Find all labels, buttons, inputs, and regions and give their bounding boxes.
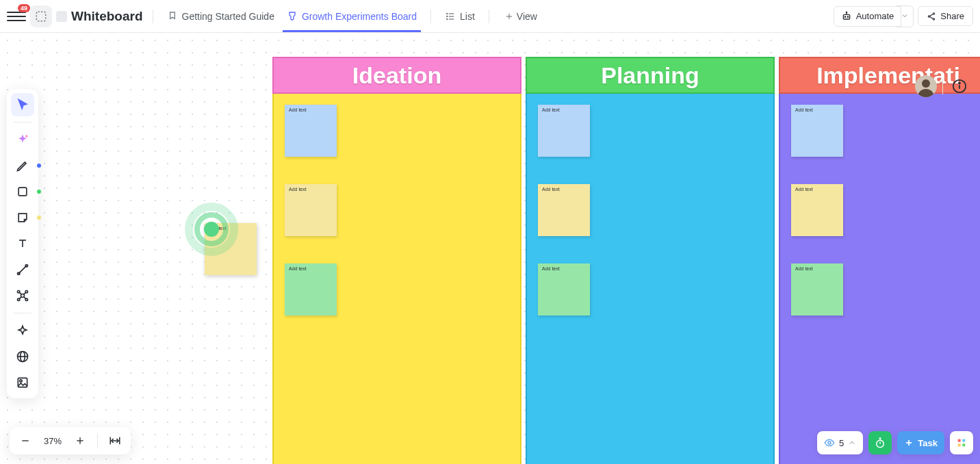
- topbar: 49 Whiteboard Getting Started Guide Grow…: [0, 0, 980, 33]
- tab-getting-started[interactable]: Getting Started Guide: [163, 1, 279, 32]
- svg-rect-57: [958, 439, 961, 442]
- tool-more[interactable]: [11, 319, 34, 342]
- tool-text[interactable]: [11, 232, 34, 255]
- tab-list[interactable]: List: [441, 1, 479, 32]
- add-task-button[interactable]: Task: [897, 431, 944, 454]
- automate-dropdown[interactable]: [897, 5, 914, 27]
- chevron-up-icon: [848, 439, 856, 447]
- kanban-board: Ideation Add text Add text Add text Plan…: [272, 57, 980, 464]
- cursor-icon: [16, 98, 29, 112]
- column-planning: Planning Add text Add text Add text: [526, 57, 775, 464]
- connector-icon: [16, 263, 29, 276]
- eye-icon: [824, 437, 835, 448]
- avatar[interactable]: [915, 75, 937, 97]
- avatar-icon: [915, 75, 937, 97]
- tool-pen[interactable]: [11, 154, 34, 177]
- page-title: Whiteboard: [71, 9, 143, 24]
- plus-icon: [75, 435, 86, 446]
- svg-point-16: [933, 18, 935, 19]
- zoom-level[interactable]: 37%: [40, 436, 66, 446]
- notification-badge: 49: [18, 4, 30, 12]
- share-button[interactable]: Share: [918, 6, 973, 26]
- svg-line-18: [930, 16, 933, 18]
- sticky-note[interactable]: Add text: [791, 263, 843, 315]
- divider: [430, 10, 431, 23]
- fit-width-icon: [109, 435, 121, 447]
- svg-point-3: [447, 16, 448, 16]
- share-label: Share: [940, 11, 964, 21]
- svg-point-1: [447, 13, 448, 14]
- tab-growth-board[interactable]: Growth Experiments Board: [283, 1, 421, 32]
- plus-icon: [904, 438, 914, 448]
- sticky-note[interactable]: Add text: [538, 263, 590, 315]
- tool-connector[interactable]: [11, 258, 34, 281]
- canvas-area[interactable]: Add text Ideation Add text Add text Add …: [0, 33, 980, 464]
- tab-label: Growth Experiments Board: [302, 11, 417, 22]
- divider: [942, 78, 943, 94]
- tool-mindmap[interactable]: [11, 284, 34, 307]
- zoom-controls: 37%: [10, 427, 131, 454]
- floating-sticky-note[interactable]: Add text: [205, 223, 257, 275]
- viewers-count: 5: [839, 438, 844, 448]
- tool-shape[interactable]: [11, 180, 34, 203]
- svg-point-15: [929, 15, 930, 16]
- whiteboard-mode-icon[interactable]: [30, 5, 52, 27]
- doc-pin-icon: [167, 11, 178, 22]
- plus-icon: [504, 12, 514, 21]
- svg-point-23: [25, 135, 27, 137]
- toolbox: [7, 89, 38, 398]
- sticky-note[interactable]: Add text: [285, 184, 337, 236]
- task-label: Task: [918, 438, 938, 448]
- board-pin-icon: [287, 11, 298, 22]
- zoom-fit-button[interactable]: [103, 429, 127, 452]
- sticky-note-icon: [16, 211, 29, 224]
- zoom-out-button[interactable]: [14, 429, 37, 452]
- column-ideation: Ideation Add text Add text Add text: [272, 57, 521, 464]
- column-body[interactable]: Add text Add text Add text: [526, 94, 775, 464]
- menu-button[interactable]: 49: [7, 7, 26, 26]
- apps-button[interactable]: [950, 431, 973, 454]
- svg-point-43: [20, 380, 22, 382]
- column-header: Ideation: [272, 57, 521, 94]
- automate-button[interactable]: Automate: [834, 6, 902, 27]
- color-indicator: [37, 164, 41, 168]
- sticky-note[interactable]: Add text: [538, 184, 590, 236]
- svg-rect-60: [962, 443, 965, 446]
- zoom-in-button[interactable]: [68, 429, 92, 452]
- sticky-note[interactable]: Add text: [791, 105, 843, 157]
- svg-point-5: [447, 18, 448, 19]
- sticky-note[interactable]: Add text: [285, 105, 337, 157]
- tool-sticky[interactable]: [11, 206, 34, 229]
- tab-label: List: [460, 11, 475, 22]
- svg-rect-24: [18, 188, 27, 196]
- timer-button[interactable]: [868, 431, 892, 454]
- share-icon: [927, 12, 936, 21]
- add-view-button[interactable]: View: [499, 11, 543, 22]
- minus-icon: [20, 435, 31, 446]
- svg-point-10: [844, 16, 845, 17]
- column-body[interactable]: Add text Add text Add text: [779, 94, 980, 464]
- color-indicator: [37, 216, 41, 220]
- info-button[interactable]: [949, 75, 970, 97]
- viewers-chip[interactable]: 5: [817, 431, 863, 454]
- image-icon: [16, 376, 29, 389]
- sticky-note[interactable]: Add text: [285, 263, 337, 315]
- svg-rect-0: [36, 12, 46, 21]
- tool-ai[interactable]: [11, 128, 34, 151]
- sparkle-icon: [16, 324, 29, 337]
- automate-label: Automate: [856, 11, 894, 21]
- mindmap-icon: [16, 289, 29, 302]
- sticky-note[interactable]: Add text: [538, 105, 590, 157]
- apps-grid-icon: [956, 437, 967, 448]
- svg-line-17: [930, 14, 933, 16]
- tool-select[interactable]: [11, 93, 34, 116]
- sticky-note[interactable]: Add text: [791, 184, 843, 236]
- view-label: View: [517, 11, 537, 22]
- square-icon: [16, 185, 29, 198]
- stopwatch-icon: [874, 437, 886, 449]
- tool-web[interactable]: [11, 345, 34, 368]
- column-body[interactable]: Add text Add text Add text: [272, 94, 521, 464]
- svg-rect-42: [18, 378, 27, 387]
- tool-image[interactable]: [11, 371, 34, 394]
- chevron-down-icon: [901, 12, 909, 20]
